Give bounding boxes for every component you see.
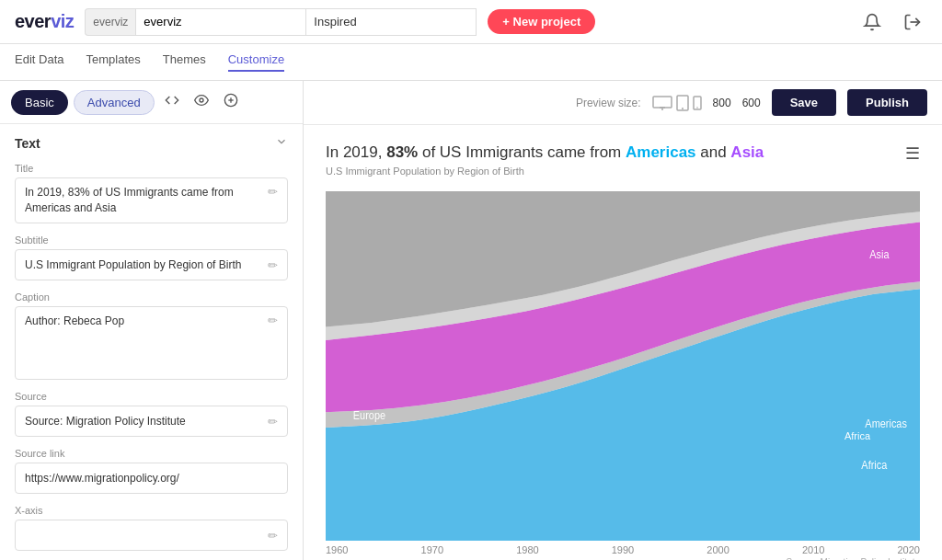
caption-edit-icon[interactable]: ✏ (268, 314, 278, 327)
nav-templates[interactable]: Templates (86, 52, 140, 72)
europe-region-label: Europe (353, 408, 385, 421)
preview-size-icons (652, 95, 702, 111)
source-field-group: Source Source: Migration Policy Institut… (15, 391, 288, 437)
subtitle-edit-icon[interactable]: ✏ (268, 258, 278, 272)
source-input-wrapper[interactable]: Source: Migration Policy Institute ✏ (15, 406, 288, 437)
preview-height: 600 (742, 97, 761, 109)
notification-button[interactable] (857, 7, 887, 37)
x-axis-tick-2000: 2000 (706, 544, 729, 555)
chart-container: Europe Americas Asia Africa Africa (326, 191, 920, 541)
title-input-text: In 2019, 83% of US Immigrants came from … (25, 185, 262, 216)
eye-icon (194, 93, 209, 108)
save-button[interactable]: Save (772, 89, 836, 116)
section-header: Text (15, 135, 288, 152)
africa-region-label: Africa (861, 458, 887, 471)
chart-svg: Europe Americas Asia Africa (326, 191, 920, 541)
source-label: Source (15, 391, 288, 402)
nav-themes[interactable]: Themes (163, 52, 206, 72)
preview-size-label: Preview size: (576, 97, 641, 109)
subtitle-field-group: Subtitle U.S Immigrant Population by Reg… (15, 234, 288, 280)
source-link-input[interactable] (15, 463, 288, 494)
chart-area: ☰ In 2019, 83% of US Immigrants came fro… (304, 125, 942, 560)
x-axis-field-group: X-axis ✏ (15, 505, 288, 551)
x-axis: 1960 1970 1980 1990 2000 2010 2020 (326, 544, 920, 555)
x-axis-tick-1980: 1980 (516, 544, 538, 555)
new-project-button[interactable]: + New project (488, 9, 595, 34)
asia-region-label: Asia (869, 247, 890, 260)
section-title: Text (15, 136, 40, 151)
inspired-input[interactable] (306, 8, 477, 36)
tab-basic[interactable]: Basic (11, 90, 68, 115)
sidebar-tabs: Basic Advanced (0, 81, 303, 124)
subtitle-input-wrapper[interactable]: U.S Immigrant Population by Region of Bi… (15, 249, 288, 280)
tab-advanced[interactable]: Advanced (74, 90, 155, 115)
chart-title-prefix: In 2019, (326, 143, 386, 161)
chart-title-and: and (696, 143, 731, 161)
exit-button[interactable] (898, 7, 927, 37)
x-axis-input-wrapper[interactable]: ✏ (15, 520, 288, 551)
title-field-group: Title In 2019, 83% of US Immigrants came… (15, 163, 288, 223)
svg-point-11 (696, 107, 698, 109)
x-axis-tick-2020: 2020 (897, 544, 919, 555)
caption-input-wrapper[interactable]: Author: Rebeca Pop ✏ (15, 306, 288, 380)
chart-title-bold: 83% (386, 143, 418, 161)
nav-tag: everviz (85, 8, 135, 36)
svg-rect-5 (653, 97, 672, 108)
chart-title: In 2019, 83% of US Immigrants came from … (326, 143, 920, 162)
x-axis-label: X-axis (15, 505, 288, 516)
preview-width: 800 (713, 97, 731, 109)
svg-point-1 (200, 98, 203, 102)
caption-field-group: Caption Author: Rebeca Pop ✏ (15, 291, 288, 380)
nav-edit-data[interactable]: Edit Data (15, 52, 63, 72)
source-edit-icon[interactable]: ✏ (268, 415, 278, 429)
americas-region-label: Americas (865, 417, 907, 429)
x-axis-tick-1960: 1960 (326, 544, 348, 555)
x-axis-tick-2010: 2010 (802, 544, 824, 555)
x-axis-tick-1990: 1990 (612, 544, 634, 555)
exit-icon (903, 13, 922, 31)
code-icon (165, 93, 179, 108)
caption-input-text: Author: Rebeca Pop (25, 314, 262, 329)
mobile-icon[interactable] (693, 96, 702, 110)
subtitle-input-text: U.S Immigrant Population by Region of Bi… (25, 257, 262, 273)
main-layout: Basic Advanced Text (0, 81, 942, 560)
source-link-field-group: Source link (15, 448, 288, 494)
code-view-button[interactable] (160, 88, 184, 116)
bell-icon (863, 13, 881, 31)
preview-panel: Preview size: 800 600 Save Publ (304, 81, 942, 560)
chart-asia-label: Asia (730, 143, 764, 161)
plus-circle-icon (224, 93, 238, 108)
title-label: Title (15, 163, 288, 174)
nav-customize[interactable]: Customize (228, 52, 284, 72)
nav-input-group: everviz (85, 8, 477, 36)
x-axis-edit-icon[interactable]: ✏ (268, 529, 278, 543)
sidebar: Basic Advanced Text (0, 81, 304, 560)
title-input-wrapper[interactable]: In 2019, 83% of US Immigrants came from … (15, 177, 288, 223)
second-nav: Edit Data Templates Themes Customize (0, 44, 942, 81)
chart-menu-button[interactable]: ☰ (905, 143, 920, 164)
project-name-input[interactable] (135, 8, 306, 36)
source-input-text: Source: Migration Policy Institute (25, 414, 262, 429)
text-section: Text Title In 2019, 83% of US Immigrants… (0, 124, 303, 560)
africa-label-overlay: Africa (844, 430, 870, 441)
source-link-label: Source link (15, 448, 288, 459)
add-element-button[interactable] (219, 88, 243, 116)
chart-title-mid: of US Immigrants came from (418, 143, 626, 161)
caption-label: Caption (15, 291, 288, 303)
logo: everviz (15, 11, 74, 32)
svg-point-9 (682, 108, 684, 109)
preview-toolbar: Preview size: 800 600 Save Publ (304, 81, 942, 125)
chart-subtitle: U.S Immigrant Population by Region of Bi… (326, 166, 920, 177)
desktop-icon[interactable] (652, 96, 672, 110)
chevron-down-icon (275, 135, 288, 148)
tablet-icon[interactable] (676, 95, 689, 111)
x-axis-tick-1970: 1970 (421, 544, 443, 555)
eye-button[interactable] (190, 88, 213, 116)
chart-americas-label: Americas (626, 143, 696, 161)
publish-button[interactable]: Publish (847, 89, 927, 116)
top-nav: everviz everviz + New project (0, 0, 942, 44)
collapse-button[interactable] (275, 135, 288, 152)
subtitle-label: Subtitle (15, 234, 288, 246)
title-edit-icon[interactable]: ✏ (268, 185, 278, 199)
